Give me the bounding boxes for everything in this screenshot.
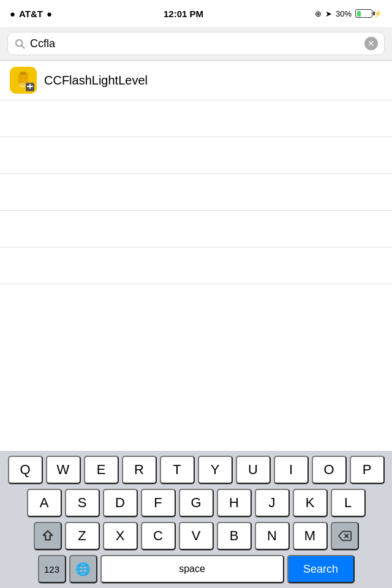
app-icon-svg xyxy=(10,67,37,94)
shift-key[interactable] xyxy=(34,522,62,550)
keyboard-row-4: 123 🌐 space Search xyxy=(2,555,390,583)
space-key[interactable]: space xyxy=(100,555,284,583)
key-P[interactable]: P xyxy=(350,456,385,484)
svg-rect-8 xyxy=(29,84,31,89)
backspace-icon xyxy=(338,529,352,543)
key-V[interactable]: V xyxy=(179,522,214,550)
globe-key[interactable]: 🌐 xyxy=(69,555,97,583)
results-list: CCFlashLightLevel xyxy=(0,61,392,451)
list-item[interactable] xyxy=(0,247,392,284)
key-Y[interactable]: Y xyxy=(198,456,233,484)
lock-icon: ⊕ xyxy=(315,9,322,18)
list-item[interactable]: CCFlashLightLevel xyxy=(0,61,392,100)
dot-icon: ● xyxy=(47,9,52,19)
search-key[interactable]: Search xyxy=(287,555,355,583)
key-J[interactable]: J xyxy=(255,489,290,517)
search-bar[interactable]: ✕ xyxy=(7,32,385,55)
key-E[interactable]: E xyxy=(84,456,119,484)
key-I[interactable]: I xyxy=(274,456,309,484)
search-bar-container: ✕ xyxy=(0,27,392,61)
clear-button[interactable]: ✕ xyxy=(364,37,378,50)
key-G[interactable]: G xyxy=(179,489,214,517)
keyboard: Q W E R T Y U I O P A S D F G H J K L Z … xyxy=(0,451,392,588)
key-H[interactable]: H xyxy=(217,489,252,517)
location-icon: ➤ xyxy=(325,9,332,18)
key-N[interactable]: N xyxy=(255,522,290,550)
backspace-key[interactable] xyxy=(331,522,359,550)
keyboard-row-1: Q W E R T Y U I O P xyxy=(2,456,390,484)
key-M[interactable]: M xyxy=(293,522,328,550)
signal-icon: ● xyxy=(10,9,15,19)
key-Q[interactable]: Q xyxy=(8,456,43,484)
status-bar: ● AT&T ● 12:01 PM ⊕ ➤ 30% ⚡ xyxy=(0,0,392,27)
battery-percent: 30% xyxy=(336,9,352,18)
key-K[interactable]: K xyxy=(293,489,328,517)
key-D[interactable]: D xyxy=(103,489,138,517)
key-Z[interactable]: Z xyxy=(65,522,100,550)
list-item[interactable] xyxy=(0,174,392,211)
keyboard-row-3: Z X C V B N M xyxy=(2,522,390,550)
numbers-key[interactable]: 123 xyxy=(38,555,66,583)
key-U[interactable]: U xyxy=(236,456,271,484)
status-right: ⊕ ➤ 30% ⚡ xyxy=(315,9,382,18)
status-carrier: ● AT&T ● xyxy=(10,9,52,19)
key-X[interactable]: X xyxy=(103,522,138,550)
result-name: CCFlashLightLevel xyxy=(44,74,148,88)
key-S[interactable]: S xyxy=(65,489,100,517)
shift-icon xyxy=(41,529,55,543)
key-C[interactable]: C xyxy=(141,522,176,550)
status-time: 12:01 PM xyxy=(164,9,203,19)
list-item[interactable] xyxy=(0,137,392,174)
key-R[interactable]: R xyxy=(122,456,157,484)
battery-icon: ⚡ xyxy=(355,9,382,18)
key-A[interactable]: A xyxy=(27,489,62,517)
key-W[interactable]: W xyxy=(46,456,81,484)
key-T[interactable]: T xyxy=(160,456,195,484)
key-L[interactable]: L xyxy=(331,489,366,517)
app-icon xyxy=(10,67,37,94)
search-icon xyxy=(14,38,25,49)
list-item[interactable] xyxy=(0,211,392,247)
svg-line-1 xyxy=(21,45,24,48)
key-F[interactable]: F xyxy=(141,489,176,517)
list-item[interactable] xyxy=(0,100,392,137)
key-B[interactable]: B xyxy=(217,522,252,550)
keyboard-row-2: A S D F G H J K L xyxy=(2,489,390,517)
search-input[interactable] xyxy=(30,37,360,50)
svg-rect-4 xyxy=(20,72,26,75)
key-O[interactable]: O xyxy=(312,456,347,484)
charging-icon: ⚡ xyxy=(374,10,382,18)
